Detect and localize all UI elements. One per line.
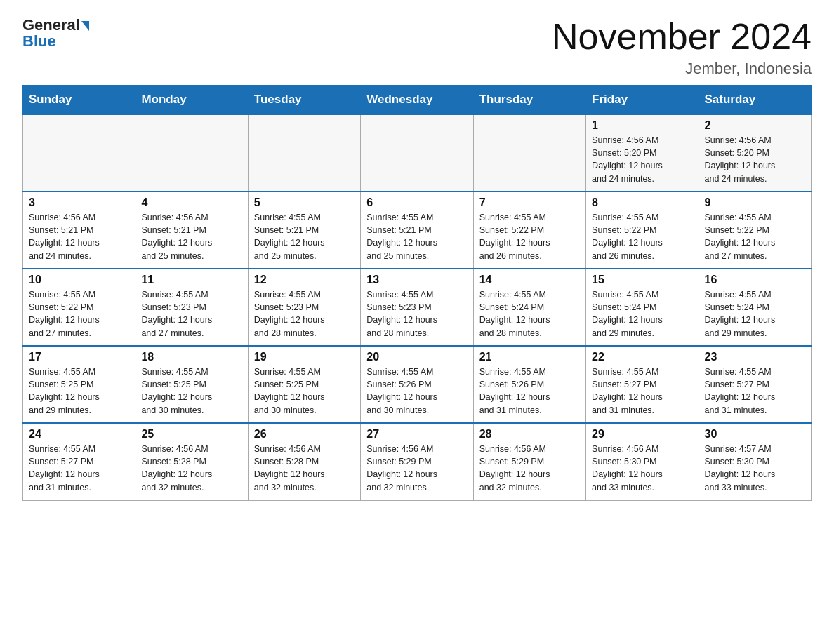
day-header-friday: Friday bbox=[586, 86, 699, 115]
logo-line1: General bbox=[22, 17, 89, 34]
day-info: Sunrise: 4:55 AMSunset: 5:26 PMDaylight:… bbox=[479, 365, 580, 417]
day-cell bbox=[135, 114, 248, 192]
day-cell: 3Sunrise: 4:56 AMSunset: 5:21 PMDaylight… bbox=[23, 192, 135, 269]
day-info: Sunrise: 4:56 AMSunset: 5:20 PMDaylight:… bbox=[592, 134, 692, 185]
day-cell: 18Sunrise: 4:55 AMSunset: 5:25 PMDayligh… bbox=[135, 346, 248, 423]
day-info: Sunrise: 4:56 AMSunset: 5:29 PMDaylight:… bbox=[366, 443, 467, 494]
day-cell: 26Sunrise: 4:56 AMSunset: 5:28 PMDayligh… bbox=[248, 423, 360, 500]
day-cell: 2Sunrise: 4:56 AMSunset: 5:20 PMDaylight… bbox=[699, 114, 811, 192]
day-info: Sunrise: 4:55 AMSunset: 5:27 PMDaylight:… bbox=[592, 365, 692, 417]
day-header-thursday: Thursday bbox=[473, 86, 585, 115]
day-cell: 4Sunrise: 4:56 AMSunset: 5:21 PMDaylight… bbox=[135, 192, 248, 269]
day-number: 18 bbox=[141, 351, 241, 363]
day-cell: 10Sunrise: 4:55 AMSunset: 5:22 PMDayligh… bbox=[23, 269, 135, 346]
day-info: Sunrise: 4:55 AMSunset: 5:27 PMDaylight:… bbox=[29, 443, 129, 494]
day-header-monday: Monday bbox=[135, 86, 248, 115]
day-info: Sunrise: 4:55 AMSunset: 5:25 PMDaylight:… bbox=[29, 365, 129, 417]
day-cell: 22Sunrise: 4:55 AMSunset: 5:27 PMDayligh… bbox=[586, 346, 699, 423]
day-number: 3 bbox=[29, 196, 129, 209]
day-number: 23 bbox=[705, 351, 805, 363]
day-info: Sunrise: 4:56 AMSunset: 5:20 PMDaylight:… bbox=[705, 134, 805, 185]
day-cell bbox=[473, 114, 585, 192]
day-info: Sunrise: 4:55 AMSunset: 5:22 PMDaylight:… bbox=[479, 211, 580, 262]
week-row-3: 10Sunrise: 4:55 AMSunset: 5:22 PMDayligh… bbox=[23, 269, 812, 346]
day-cell: 12Sunrise: 4:55 AMSunset: 5:23 PMDayligh… bbox=[248, 269, 360, 346]
day-number: 7 bbox=[479, 196, 580, 209]
day-info: Sunrise: 4:55 AMSunset: 5:23 PMDaylight:… bbox=[141, 288, 241, 340]
day-number: 29 bbox=[592, 428, 692, 441]
day-number: 25 bbox=[141, 428, 241, 441]
day-info: Sunrise: 4:55 AMSunset: 5:25 PMDaylight:… bbox=[141, 365, 241, 417]
day-cell: 23Sunrise: 4:55 AMSunset: 5:27 PMDayligh… bbox=[699, 346, 811, 423]
day-number: 13 bbox=[366, 274, 467, 286]
day-info: Sunrise: 4:55 AMSunset: 5:25 PMDaylight:… bbox=[254, 365, 355, 417]
logo-line2: Blue bbox=[22, 32, 56, 51]
day-cell: 5Sunrise: 4:55 AMSunset: 5:21 PMDaylight… bbox=[248, 192, 360, 269]
day-cell: 9Sunrise: 4:55 AMSunset: 5:22 PMDaylight… bbox=[699, 192, 811, 269]
day-cell: 7Sunrise: 4:55 AMSunset: 5:22 PMDaylight… bbox=[473, 192, 585, 269]
day-cell: 27Sunrise: 4:56 AMSunset: 5:29 PMDayligh… bbox=[361, 423, 473, 500]
day-cell: 20Sunrise: 4:55 AMSunset: 5:26 PMDayligh… bbox=[361, 346, 473, 423]
logo-arrow-icon bbox=[81, 21, 89, 31]
day-cell: 15Sunrise: 4:55 AMSunset: 5:24 PMDayligh… bbox=[586, 269, 699, 346]
day-number: 2 bbox=[705, 119, 805, 132]
days-header-row: SundayMondayTuesdayWednesdayThursdayFrid… bbox=[23, 86, 812, 115]
day-cell bbox=[361, 114, 473, 192]
week-row-4: 17Sunrise: 4:55 AMSunset: 5:25 PMDayligh… bbox=[23, 346, 812, 423]
day-number: 24 bbox=[29, 428, 129, 441]
page-header: General Blue November 2024 Jember, Indon… bbox=[22, 17, 812, 78]
calendar-subtitle: Jember, Indonesia bbox=[552, 60, 812, 78]
day-header-saturday: Saturday bbox=[699, 86, 811, 115]
day-cell: 30Sunrise: 4:57 AMSunset: 5:30 PMDayligh… bbox=[699, 423, 811, 500]
calendar-title: November 2024 bbox=[552, 17, 812, 57]
day-number: 26 bbox=[254, 428, 355, 441]
day-info: Sunrise: 4:55 AMSunset: 5:27 PMDaylight:… bbox=[705, 365, 805, 417]
day-number: 12 bbox=[254, 274, 355, 286]
logo: General Blue bbox=[22, 17, 89, 51]
day-info: Sunrise: 4:55 AMSunset: 5:23 PMDaylight:… bbox=[254, 288, 355, 340]
day-number: 11 bbox=[141, 274, 241, 286]
day-cell: 28Sunrise: 4:56 AMSunset: 5:29 PMDayligh… bbox=[473, 423, 585, 500]
day-number: 15 bbox=[592, 274, 692, 286]
day-cell: 13Sunrise: 4:55 AMSunset: 5:23 PMDayligh… bbox=[361, 269, 473, 346]
day-number: 8 bbox=[592, 196, 692, 209]
day-info: Sunrise: 4:55 AMSunset: 5:24 PMDaylight:… bbox=[479, 288, 580, 340]
day-info: Sunrise: 4:57 AMSunset: 5:30 PMDaylight:… bbox=[705, 443, 805, 494]
day-cell: 11Sunrise: 4:55 AMSunset: 5:23 PMDayligh… bbox=[135, 269, 248, 346]
day-number: 5 bbox=[254, 196, 355, 209]
day-cell: 29Sunrise: 4:56 AMSunset: 5:30 PMDayligh… bbox=[586, 423, 699, 500]
day-info: Sunrise: 4:56 AMSunset: 5:30 PMDaylight:… bbox=[592, 443, 692, 494]
week-row-2: 3Sunrise: 4:56 AMSunset: 5:21 PMDaylight… bbox=[23, 192, 812, 269]
day-info: Sunrise: 4:56 AMSunset: 5:21 PMDaylight:… bbox=[141, 211, 241, 262]
day-cell: 24Sunrise: 4:55 AMSunset: 5:27 PMDayligh… bbox=[23, 423, 135, 500]
day-number: 9 bbox=[705, 196, 805, 209]
day-info: Sunrise: 4:55 AMSunset: 5:21 PMDaylight:… bbox=[366, 211, 467, 262]
day-number: 22 bbox=[592, 351, 692, 363]
day-header-wednesday: Wednesday bbox=[361, 86, 473, 115]
day-cell: 16Sunrise: 4:55 AMSunset: 5:24 PMDayligh… bbox=[699, 269, 811, 346]
day-number: 1 bbox=[592, 119, 692, 132]
day-info: Sunrise: 4:56 AMSunset: 5:21 PMDaylight:… bbox=[29, 211, 129, 262]
day-info: Sunrise: 4:55 AMSunset: 5:23 PMDaylight:… bbox=[366, 288, 467, 340]
day-number: 21 bbox=[479, 351, 580, 363]
day-info: Sunrise: 4:55 AMSunset: 5:26 PMDaylight:… bbox=[366, 365, 467, 417]
day-cell: 17Sunrise: 4:55 AMSunset: 5:25 PMDayligh… bbox=[23, 346, 135, 423]
day-number: 28 bbox=[479, 428, 580, 441]
day-number: 20 bbox=[366, 351, 467, 363]
day-cell: 14Sunrise: 4:55 AMSunset: 5:24 PMDayligh… bbox=[473, 269, 585, 346]
day-header-sunday: Sunday bbox=[23, 86, 135, 115]
day-cell bbox=[248, 114, 360, 192]
day-info: Sunrise: 4:55 AMSunset: 5:22 PMDaylight:… bbox=[29, 288, 129, 340]
day-number: 27 bbox=[366, 428, 467, 441]
day-info: Sunrise: 4:55 AMSunset: 5:21 PMDaylight:… bbox=[254, 211, 355, 262]
day-cell: 21Sunrise: 4:55 AMSunset: 5:26 PMDayligh… bbox=[473, 346, 585, 423]
day-info: Sunrise: 4:56 AMSunset: 5:28 PMDaylight:… bbox=[141, 443, 241, 494]
day-cell bbox=[23, 114, 135, 192]
day-info: Sunrise: 4:56 AMSunset: 5:29 PMDaylight:… bbox=[479, 443, 580, 494]
day-header-tuesday: Tuesday bbox=[248, 86, 360, 115]
day-number: 4 bbox=[141, 196, 241, 209]
day-number: 19 bbox=[254, 351, 355, 363]
day-number: 30 bbox=[705, 428, 805, 441]
day-cell: 8Sunrise: 4:55 AMSunset: 5:22 PMDaylight… bbox=[586, 192, 699, 269]
day-info: Sunrise: 4:55 AMSunset: 5:24 PMDaylight:… bbox=[705, 288, 805, 340]
